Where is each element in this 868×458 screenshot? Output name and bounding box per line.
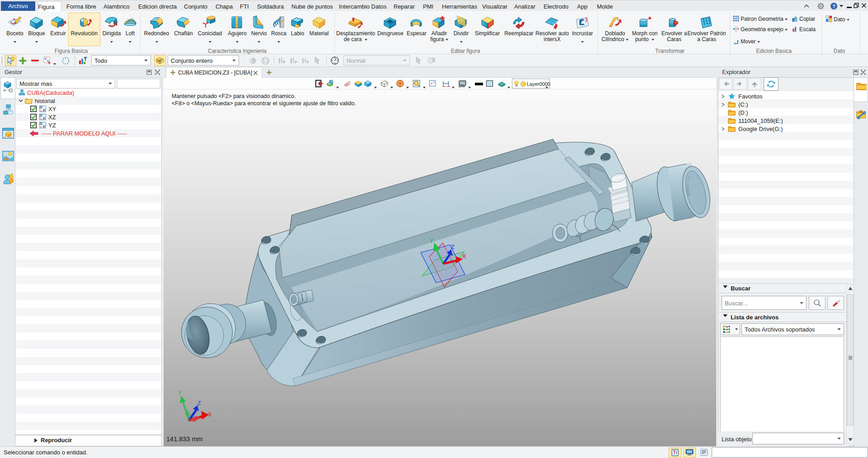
svg-text:1: 1 [40, 109, 42, 112]
svg-text:Z: Z [451, 243, 455, 250]
svg-text:2: 2 [43, 109, 45, 112]
svg-text:1: 1 [40, 126, 42, 128]
svg-text:1: 1 [40, 117, 42, 120]
svg-text:Y: Y [429, 237, 434, 244]
svg-text:2: 2 [43, 126, 45, 128]
svg-text:Z: Z [197, 400, 201, 407]
svg-text:3: 3 [40, 122, 42, 125]
svg-text:3: 3 [40, 106, 42, 109]
svg-text:2: 2 [43, 117, 45, 120]
svg-text:?: ? [832, 4, 835, 9]
svg-text:X: X [208, 411, 212, 418]
svg-text:Y: Y [178, 389, 182, 396]
svg-text:X: X [462, 252, 466, 260]
svg-text:3: 3 [40, 114, 42, 117]
